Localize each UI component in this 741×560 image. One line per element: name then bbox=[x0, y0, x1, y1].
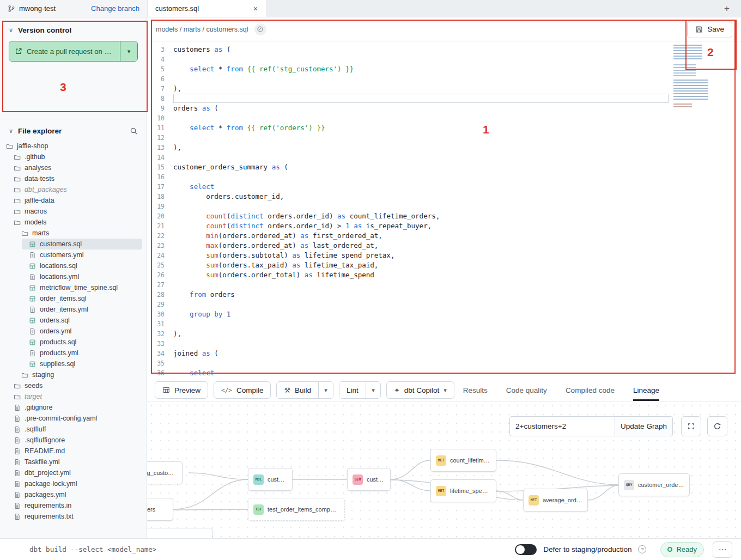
lineage-node-test_order_items_compute_to_bools[interactable]: TSTtest_order_items_compute_to_bools… bbox=[248, 498, 345, 521]
code-line[interactable]: 15customer_orders_summary as ( bbox=[147, 162, 741, 172]
file-tree-item[interactable]: .github bbox=[0, 151, 147, 162]
lineage-node-stg_customers[interactable]: MDLstg_customers bbox=[147, 461, 183, 484]
code-editor[interactable]: 3customers as (45 select * from {{ ref('… bbox=[147, 41, 741, 379]
code-line[interactable]: 28 from orders bbox=[147, 290, 741, 300]
file-tree-item[interactable]: requirements.in bbox=[0, 500, 147, 511]
file-tree-item[interactable]: locations.sql bbox=[0, 260, 147, 271]
refresh-icon[interactable] bbox=[707, 416, 727, 436]
tab-compiled-code[interactable]: Compiled code bbox=[566, 379, 615, 401]
file-tree-item[interactable]: metricflow_time_spine.sql bbox=[0, 282, 147, 293]
slash-circle-icon[interactable] bbox=[254, 23, 266, 35]
code-line[interactable]: 13), bbox=[147, 143, 741, 153]
code-line[interactable]: 22 min(orders.ordered_at) as first_order… bbox=[147, 231, 741, 241]
file-tree-item[interactable]: package-lock.yml bbox=[0, 478, 147, 489]
code-line[interactable]: 29 bbox=[147, 300, 741, 309]
code-line[interactable]: 35 bbox=[147, 358, 741, 368]
code-line[interactable]: 26 sum(orders.order_total) as lifetime_s… bbox=[147, 270, 741, 280]
lineage-node[interactable] bbox=[147, 528, 212, 538]
lineage-node-customers[interactable]: SEMcustomers bbox=[347, 468, 391, 491]
file-tree-item[interactable]: orders.sql bbox=[0, 315, 147, 326]
lineage-node-customer_order_metrics[interactable]: QRYcustomer_order_metrics bbox=[618, 473, 690, 496]
file-tree-item[interactable]: products.sql bbox=[0, 337, 147, 348]
update-graph-button[interactable]: Update Graph bbox=[615, 416, 673, 436]
code-line[interactable]: 31 bbox=[147, 319, 741, 329]
file-tree-item[interactable]: customers.yml bbox=[0, 249, 147, 260]
file-tree-item[interactable]: data-tests bbox=[0, 173, 147, 184]
preview-button[interactable]: Preview bbox=[155, 381, 208, 399]
close-icon[interactable]: × bbox=[252, 4, 259, 13]
file-tree-item[interactable]: supplies.sql bbox=[0, 358, 147, 369]
code-line[interactable]: 32), bbox=[147, 329, 741, 339]
file-explorer-header[interactable]: ∨ File explorer bbox=[0, 126, 147, 141]
code-line[interactable]: 27 bbox=[147, 280, 741, 290]
code-line[interactable]: 18 orders.customer_id, bbox=[147, 192, 741, 202]
create-pr-dropdown-button[interactable]: ▾ bbox=[120, 41, 137, 61]
lineage-node-orders[interactable]: MDLorders bbox=[147, 498, 173, 521]
file-tree-item[interactable]: locations.yml bbox=[0, 271, 147, 282]
save-button[interactable]: Save bbox=[687, 21, 732, 38]
code-line[interactable]: 7), bbox=[147, 84, 741, 94]
lineage-search-input[interactable] bbox=[509, 416, 615, 436]
change-branch-link[interactable]: Change branch bbox=[91, 4, 139, 13]
search-icon[interactable] bbox=[130, 127, 138, 135]
build-dropdown-button[interactable]: ▾ bbox=[318, 382, 333, 398]
tab-customers-sql[interactable]: customers.sql × bbox=[147, 0, 267, 17]
more-options-button[interactable]: ⋯ bbox=[713, 541, 732, 558]
file-tree-item[interactable]: products.yml bbox=[0, 348, 147, 358]
file-tree-item[interactable]: marts bbox=[0, 228, 147, 239]
code-line[interactable]: 10 bbox=[147, 113, 741, 123]
file-tree-item[interactable]: README.md bbox=[0, 446, 147, 456]
lineage-node-customers[interactable]: MDLcustomers bbox=[248, 468, 293, 491]
tab-lineage[interactable]: Lineage bbox=[633, 379, 659, 401]
tab-code-quality[interactable]: Code quality bbox=[506, 379, 547, 401]
file-tree-item[interactable]: staging bbox=[0, 369, 147, 380]
tab-results[interactable]: Results bbox=[463, 379, 488, 401]
code-line[interactable]: 21 count(distinct orders.order_id) > 1 a… bbox=[147, 221, 741, 231]
file-tree-item[interactable]: dbt_packages bbox=[0, 184, 147, 195]
help-icon[interactable]: ? bbox=[638, 545, 646, 553]
code-line[interactable]: 14 bbox=[147, 153, 741, 162]
status-badge[interactable]: Ready bbox=[660, 542, 704, 557]
code-line[interactable]: 12 bbox=[147, 133, 741, 143]
file-tree-item[interactable]: packages.yml bbox=[0, 489, 147, 500]
compile-button[interactable]: </> Compile bbox=[214, 381, 271, 399]
defer-toggle[interactable] bbox=[515, 544, 537, 555]
code-line[interactable]: 36 select bbox=[147, 368, 741, 378]
code-line[interactable]: 30 group by 1 bbox=[147, 309, 741, 319]
code-line[interactable]: 25 sum(orders.tax_paid) as lifetime_tax_… bbox=[147, 260, 741, 270]
file-tree-item[interactable]: jaffle-shop bbox=[0, 141, 147, 151]
version-control-header[interactable]: ∨ Version control bbox=[0, 25, 147, 39]
file-tree-item[interactable]: .gitignore bbox=[0, 402, 147, 413]
file-tree-item[interactable]: models bbox=[0, 217, 147, 228]
code-line[interactable]: 16 bbox=[147, 172, 741, 182]
lint-dropdown-button[interactable]: ▾ bbox=[366, 382, 380, 398]
dbt-copilot-button[interactable]: ✦ dbt Copilot ▾ bbox=[386, 381, 454, 399]
build-button[interactable]: ⚒ Build bbox=[277, 382, 318, 398]
code-line[interactable]: 5 select * from {{ ref('stg_customers') … bbox=[147, 64, 741, 74]
lineage-node-count_lifetime_orders[interactable]: METcount_lifetime_orders bbox=[430, 449, 496, 472]
code-line[interactable]: 17 select bbox=[147, 182, 741, 192]
create-pr-button[interactable]: Create a pull request on Git… bbox=[9, 41, 120, 61]
file-tree-item[interactable]: .pre-commit-config.yaml bbox=[0, 413, 147, 424]
file-tree-item[interactable]: .sqlfluffignore bbox=[0, 435, 147, 446]
code-line[interactable]: 11 select * from {{ ref('orders') }} bbox=[147, 123, 741, 133]
code-line[interactable]: 3customers as ( bbox=[147, 45, 741, 54]
file-tree-item[interactable]: target bbox=[0, 391, 147, 402]
lineage-node-average_order_value[interactable]: METaverage_order_value bbox=[523, 489, 588, 512]
file-tree-item[interactable]: customers.sql bbox=[22, 239, 142, 249]
file-tree-item[interactable]: seeds bbox=[0, 380, 147, 391]
file-tree-item[interactable]: dbt_project.yml bbox=[0, 467, 147, 478]
code-line[interactable]: 6 bbox=[147, 74, 741, 84]
code-line[interactable]: 20 count(distinct orders.order_id) as co… bbox=[147, 211, 741, 221]
file-tree-item[interactable]: .sqlfluff bbox=[0, 424, 147, 435]
code-line[interactable]: 9orders as ( bbox=[147, 104, 741, 113]
code-line[interactable]: 4 bbox=[147, 54, 741, 64]
code-line[interactable]: 24 sum(orders.subtotal) as lifetime_spen… bbox=[147, 251, 741, 260]
lineage-node-lifetime_spend_pretax[interactable]: METlifetime_spend_pretax bbox=[430, 479, 496, 502]
minimap[interactable] bbox=[671, 45, 718, 108]
code-line[interactable]: 33 bbox=[147, 339, 741, 349]
file-tree-item[interactable]: jaffle-data bbox=[0, 195, 147, 206]
code-line[interactable]: 19 bbox=[147, 202, 741, 211]
lint-button[interactable]: Lint bbox=[339, 382, 366, 398]
file-tree-item[interactable]: Taskfile.yml bbox=[0, 456, 147, 467]
